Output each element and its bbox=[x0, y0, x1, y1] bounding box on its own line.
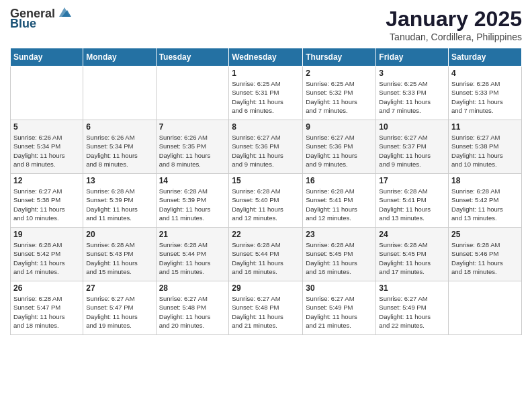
table-row: 31Sunrise: 6:27 AMSunset: 5:49 PMDayligh… bbox=[376, 281, 449, 335]
day-info: Sunrise: 6:26 AMSunset: 5:33 PMDaylight:… bbox=[451, 79, 519, 115]
day-number: 27 bbox=[86, 283, 152, 293]
calendar-week-4: 19Sunrise: 6:28 AMSunset: 5:42 PMDayligh… bbox=[11, 228, 522, 281]
table-row: 7Sunrise: 6:26 AMSunset: 5:35 PMDaylight… bbox=[156, 120, 229, 174]
day-info: Sunrise: 6:27 AMSunset: 5:38 PMDaylight:… bbox=[13, 187, 80, 222]
day-number: 29 bbox=[232, 283, 300, 293]
day-number: 5 bbox=[13, 122, 80, 132]
logo-blue: Blue bbox=[10, 17, 36, 31]
day-number: 23 bbox=[306, 230, 373, 239]
header-thursday: Thursday bbox=[303, 48, 376, 66]
table-row: 1Sunrise: 6:25 AMSunset: 5:31 PMDaylight… bbox=[229, 66, 303, 120]
table-row: 30Sunrise: 6:27 AMSunset: 5:49 PMDayligh… bbox=[303, 281, 376, 335]
day-number: 16 bbox=[306, 176, 373, 185]
day-info: Sunrise: 6:28 AMSunset: 5:44 PMDaylight:… bbox=[159, 240, 226, 276]
table-row: 28Sunrise: 6:27 AMSunset: 5:48 PMDayligh… bbox=[156, 281, 229, 335]
day-number: 10 bbox=[379, 122, 445, 132]
table-row: 17Sunrise: 6:28 AMSunset: 5:41 PMDayligh… bbox=[376, 174, 449, 228]
day-info: Sunrise: 6:27 AMSunset: 5:37 PMDaylight:… bbox=[379, 133, 445, 169]
day-number: 30 bbox=[306, 283, 373, 293]
day-info: Sunrise: 6:27 AMSunset: 5:48 PMDaylight:… bbox=[159, 294, 226, 330]
day-number: 22 bbox=[232, 230, 300, 239]
table-row bbox=[11, 66, 83, 120]
day-number: 3 bbox=[379, 68, 445, 78]
day-info: Sunrise: 6:25 AMSunset: 5:32 PMDaylight:… bbox=[306, 79, 373, 115]
table-row: 5Sunrise: 6:26 AMSunset: 5:34 PMDaylight… bbox=[11, 120, 83, 174]
day-number: 28 bbox=[159, 283, 226, 293]
header-tuesday: Tuesday bbox=[156, 48, 229, 66]
day-info: Sunrise: 6:25 AMSunset: 5:31 PMDaylight:… bbox=[232, 79, 300, 115]
table-row bbox=[449, 281, 522, 335]
calendar-week-3: 12Sunrise: 6:27 AMSunset: 5:38 PMDayligh… bbox=[11, 174, 522, 228]
table-row bbox=[83, 66, 156, 120]
table-row: 18Sunrise: 6:28 AMSunset: 5:42 PMDayligh… bbox=[449, 174, 522, 228]
day-info: Sunrise: 6:28 AMSunset: 5:39 PMDaylight:… bbox=[86, 187, 152, 222]
day-info: Sunrise: 6:27 AMSunset: 5:49 PMDaylight:… bbox=[379, 294, 445, 330]
day-info: Sunrise: 6:27 AMSunset: 5:36 PMDaylight:… bbox=[232, 133, 300, 169]
table-row: 27Sunrise: 6:27 AMSunset: 5:47 PMDayligh… bbox=[83, 281, 156, 335]
day-number: 15 bbox=[232, 176, 300, 185]
day-info: Sunrise: 6:26 AMSunset: 5:35 PMDaylight:… bbox=[159, 133, 226, 169]
day-number: 11 bbox=[451, 122, 519, 132]
day-number: 4 bbox=[451, 68, 519, 78]
day-info: Sunrise: 6:27 AMSunset: 5:47 PMDaylight:… bbox=[86, 294, 152, 330]
day-info: Sunrise: 6:28 AMSunset: 5:41 PMDaylight:… bbox=[379, 187, 445, 222]
day-number: 6 bbox=[86, 122, 152, 132]
day-info: Sunrise: 6:28 AMSunset: 5:47 PMDaylight:… bbox=[13, 294, 80, 330]
logo: General Blue bbox=[10, 7, 73, 31]
day-number: 12 bbox=[13, 176, 80, 185]
day-number: 1 bbox=[232, 68, 300, 78]
day-info: Sunrise: 6:28 AMSunset: 5:42 PMDaylight:… bbox=[451, 187, 519, 222]
table-row: 24Sunrise: 6:28 AMSunset: 5:45 PMDayligh… bbox=[376, 228, 449, 281]
day-number: 9 bbox=[306, 122, 373, 132]
day-info: Sunrise: 6:27 AMSunset: 5:48 PMDaylight:… bbox=[232, 294, 300, 330]
day-info: Sunrise: 6:28 AMSunset: 5:45 PMDaylight:… bbox=[379, 240, 445, 276]
table-row: 6Sunrise: 6:26 AMSunset: 5:34 PMDaylight… bbox=[83, 120, 156, 174]
day-number: 14 bbox=[159, 176, 226, 185]
day-info: Sunrise: 6:27 AMSunset: 5:49 PMDaylight:… bbox=[306, 294, 373, 330]
table-row: 26Sunrise: 6:28 AMSunset: 5:47 PMDayligh… bbox=[11, 281, 83, 335]
table-row: 21Sunrise: 6:28 AMSunset: 5:44 PMDayligh… bbox=[156, 228, 229, 281]
table-row: 19Sunrise: 6:28 AMSunset: 5:42 PMDayligh… bbox=[11, 228, 83, 281]
day-info: Sunrise: 6:25 AMSunset: 5:33 PMDaylight:… bbox=[379, 79, 445, 115]
calendar-week-5: 26Sunrise: 6:28 AMSunset: 5:47 PMDayligh… bbox=[11, 281, 522, 335]
day-info: Sunrise: 6:26 AMSunset: 5:34 PMDaylight:… bbox=[13, 133, 80, 169]
header-monday: Monday bbox=[83, 48, 156, 66]
day-number: 13 bbox=[86, 176, 152, 185]
day-number: 2 bbox=[306, 68, 373, 78]
table-row: 23Sunrise: 6:28 AMSunset: 5:45 PMDayligh… bbox=[303, 228, 376, 281]
day-info: Sunrise: 6:28 AMSunset: 5:44 PMDaylight:… bbox=[232, 240, 300, 276]
table-row: 12Sunrise: 6:27 AMSunset: 5:38 PMDayligh… bbox=[11, 174, 83, 228]
table-row: 10Sunrise: 6:27 AMSunset: 5:37 PMDayligh… bbox=[376, 120, 449, 174]
day-number: 26 bbox=[13, 283, 80, 293]
day-number: 19 bbox=[13, 230, 80, 239]
table-row: 20Sunrise: 6:28 AMSunset: 5:43 PMDayligh… bbox=[83, 228, 156, 281]
day-info: Sunrise: 6:28 AMSunset: 5:43 PMDaylight:… bbox=[86, 240, 152, 276]
table-row: 2Sunrise: 6:25 AMSunset: 5:32 PMDaylight… bbox=[303, 66, 376, 120]
day-number: 24 bbox=[379, 230, 445, 239]
table-row: 14Sunrise: 6:28 AMSunset: 5:39 PMDayligh… bbox=[156, 174, 229, 228]
day-number: 20 bbox=[86, 230, 152, 239]
page: General Blue January 2025 Tanudan, Cordi… bbox=[0, 0, 532, 411]
calendar: Sunday Monday Tuesday Wednesday Thursday… bbox=[10, 48, 522, 335]
table-row bbox=[156, 66, 229, 120]
day-number: 8 bbox=[232, 122, 300, 132]
header-wednesday: Wednesday bbox=[229, 48, 303, 66]
calendar-week-2: 5Sunrise: 6:26 AMSunset: 5:34 PMDaylight… bbox=[11, 120, 522, 174]
day-info: Sunrise: 6:28 AMSunset: 5:40 PMDaylight:… bbox=[232, 187, 300, 222]
table-row: 13Sunrise: 6:28 AMSunset: 5:39 PMDayligh… bbox=[83, 174, 156, 228]
table-row: 8Sunrise: 6:27 AMSunset: 5:36 PMDaylight… bbox=[229, 120, 303, 174]
header-saturday: Saturday bbox=[449, 48, 522, 66]
table-row: 4Sunrise: 6:26 AMSunset: 5:33 PMDaylight… bbox=[449, 66, 522, 120]
title-block: January 2025 Tanudan, Cordillera, Philip… bbox=[386, 7, 522, 42]
day-info: Sunrise: 6:27 AMSunset: 5:36 PMDaylight:… bbox=[306, 133, 373, 169]
calendar-header-row: Sunday Monday Tuesday Wednesday Thursday… bbox=[11, 48, 522, 66]
table-row: 3Sunrise: 6:25 AMSunset: 5:33 PMDaylight… bbox=[376, 66, 449, 120]
day-info: Sunrise: 6:26 AMSunset: 5:34 PMDaylight:… bbox=[86, 133, 152, 169]
table-row: 15Sunrise: 6:28 AMSunset: 5:40 PMDayligh… bbox=[229, 174, 303, 228]
day-number: 21 bbox=[159, 230, 226, 239]
title-month: January 2025 bbox=[386, 7, 522, 32]
calendar-week-1: 1Sunrise: 6:25 AMSunset: 5:31 PMDaylight… bbox=[11, 66, 522, 120]
table-row: 25Sunrise: 6:28 AMSunset: 5:46 PMDayligh… bbox=[449, 228, 522, 281]
table-row: 22Sunrise: 6:28 AMSunset: 5:44 PMDayligh… bbox=[229, 228, 303, 281]
table-row: 11Sunrise: 6:27 AMSunset: 5:38 PMDayligh… bbox=[449, 120, 522, 174]
